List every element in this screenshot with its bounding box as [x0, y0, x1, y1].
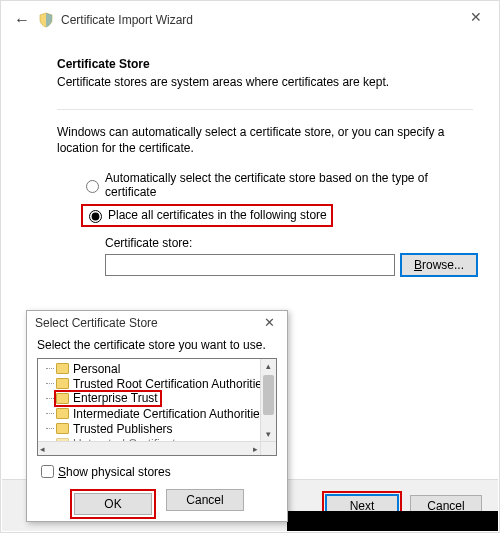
ok-highlight: OK [70, 489, 156, 519]
tree-item-label: Trusted Publishers [73, 422, 173, 436]
close-icon[interactable]: ✕ [461, 7, 491, 27]
wizard-titlebar: ← Certificate Import Wizard ✕ [1, 1, 499, 35]
body-text: Windows can automatically select a certi… [57, 124, 473, 156]
divider [57, 109, 473, 110]
dialog-instruction: Select the certificate store you want to… [37, 338, 277, 352]
back-arrow-icon[interactable]: ← [11, 11, 33, 29]
store-input[interactable] [105, 254, 395, 276]
show-physical-input[interactable] [41, 465, 54, 478]
dialog-titlebar: Select Certificate Store ✕ [27, 311, 287, 334]
show-physical-label: Show physical stores [58, 465, 171, 479]
tree-item-enterprise-trust[interactable]: Enterprise Trust [42, 391, 276, 406]
scroll-down-icon[interactable]: ▾ [261, 427, 276, 441]
tree-item-trusted-publishers[interactable]: Trusted Publishers [42, 421, 276, 436]
scroll-corner [260, 441, 276, 455]
tree-inner: Personal Trusted Root Certification Auth… [38, 359, 276, 453]
radio-place-input[interactable] [89, 210, 102, 223]
store-block: Certificate store: Browse... [105, 236, 473, 276]
tree-item-label: Enterprise Trust [73, 392, 158, 405]
wizard-content: Certificate Store Certificate stores are… [1, 35, 499, 276]
folder-icon [56, 393, 69, 404]
section-heading: Certificate Store [57, 57, 473, 71]
vertical-scrollbar[interactable]: ▴ ▾ [260, 359, 276, 441]
scroll-left-icon[interactable]: ◂ [40, 444, 45, 454]
black-bottom-strip [287, 511, 498, 531]
scroll-up-icon[interactable]: ▴ [261, 359, 276, 373]
dialog-cancel-button[interactable]: Cancel [166, 489, 244, 511]
folder-icon [56, 408, 69, 419]
store-label: Certificate store: [105, 236, 473, 250]
folder-icon [56, 363, 69, 374]
store-row: Browse... [105, 254, 473, 276]
shield-icon [37, 11, 55, 29]
dialog-title: Select Certificate Store [35, 316, 158, 330]
browse-button[interactable]: Browse... [401, 254, 477, 276]
folder-icon [56, 378, 69, 389]
wizard-title: Certificate Import Wizard [61, 13, 193, 27]
folder-icon [56, 423, 69, 434]
tree-item-label: Intermediate Certification Authorities [73, 407, 266, 421]
tree-item-intermediate[interactable]: Intermediate Certification Authorities [42, 406, 276, 421]
tree-item-personal[interactable]: Personal [42, 361, 276, 376]
tree-item-label: Trusted Root Certification Authorities [73, 377, 268, 391]
store-tree[interactable]: Personal Trusted Root Certification Auth… [37, 358, 277, 456]
radio-auto-label: Automatically select the certificate sto… [105, 171, 471, 199]
enterprise-trust-highlight: Enterprise Trust [54, 390, 162, 407]
radio-auto-input[interactable] [86, 180, 99, 193]
select-store-dialog: Select Certificate Store ✕ Select the ce… [26, 310, 288, 522]
dialog-body: Select the certificate store you want to… [27, 334, 287, 531]
radio-place-label: Place all certificates in the following … [108, 208, 327, 222]
section-subtext: Certificate stores are system areas wher… [57, 75, 473, 89]
radio-place-row: Place all certificates in the following … [79, 203, 473, 228]
ok-button[interactable]: OK [74, 493, 152, 515]
tree-item-label: Personal [73, 362, 120, 376]
radio-place-highlight: Place all certificates in the following … [81, 204, 333, 227]
horizontal-scrollbar[interactable]: ◂ ▸ [38, 441, 260, 455]
show-physical-checkbox[interactable]: Show physical stores [37, 462, 277, 481]
radio-auto[interactable]: Automatically select the certificate sto… [79, 170, 473, 200]
dialog-close-icon[interactable]: ✕ [257, 315, 281, 330]
tree-item-trusted-root[interactable]: Trusted Root Certification Authorities [42, 376, 276, 391]
dialog-buttons: OK Cancel [37, 489, 277, 525]
scroll-right-icon[interactable]: ▸ [253, 444, 258, 454]
scroll-thumb[interactable] [263, 375, 274, 415]
